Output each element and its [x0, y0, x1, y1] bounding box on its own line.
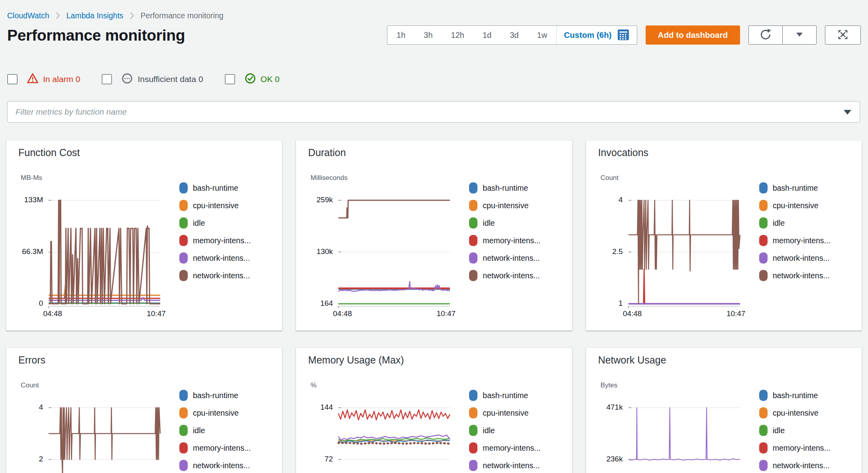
chart-plot-area[interactable]: 42.51 04:4810:47 — [628, 186, 743, 308]
cloudwatch-lambda-insights-page: CloudWatch Lambda Insights Performance m… — [0, 0, 868, 473]
time-range-1d[interactable]: 1d — [473, 26, 501, 44]
legend-item[interactable]: memory-intens... — [469, 232, 540, 249]
legend-item[interactable]: network-intens... — [179, 267, 251, 284]
legend-swatch — [179, 182, 188, 194]
legend-item[interactable]: network-intens... — [759, 457, 831, 473]
fullscreen-button[interactable] — [825, 25, 861, 45]
breadcrumb-link-lambda-insights[interactable]: Lambda Insights — [67, 11, 124, 20]
legend-item[interactable]: bash-runtime — [469, 179, 540, 197]
y-axis-tick-label: 66.3M — [22, 247, 43, 256]
metric-cards-grid: Function Cost MB-Ms 133M66.3M0 04:4810:4… — [6, 140, 862, 473]
x-axis-tick-label: 04:48 — [43, 309, 62, 318]
chart-plot-area[interactable]: 471k236k 04:4810:47 — [628, 394, 743, 473]
time-range-12h[interactable]: 12h — [442, 26, 473, 44]
legend-swatch — [179, 390, 188, 401]
legend-item[interactable]: cpu-intensive — [179, 404, 251, 422]
legend-item[interactable]: memory-intens... — [759, 232, 831, 249]
legend-item[interactable]: network-intens... — [759, 249, 831, 267]
chart-plot-area[interactable]: 14472 04:4810:47 — [338, 394, 453, 473]
legend-swatch — [469, 270, 477, 281]
ok-label: OK 0 — [261, 74, 280, 84]
legend-item[interactable]: cpu-intensive — [469, 197, 540, 214]
y-axis-tick-label: 471k — [606, 403, 623, 412]
insufficient-data-checkbox[interactable] — [102, 74, 112, 84]
add-to-dashboard-button[interactable]: Add to dashboard — [646, 25, 740, 45]
legend-item[interactable]: memory-intens... — [759, 439, 831, 457]
chart-title: Duration — [308, 147, 346, 158]
y-axis-unit-label: Count — [21, 381, 39, 389]
metric-card: Memory Usage (Max) % 14472 04:4810:47 ba… — [296, 348, 572, 473]
x-axis-ticks: 04:4810:47 — [338, 394, 453, 473]
legend-swatch — [179, 217, 188, 229]
breadcrumb-link-cloudwatch[interactable]: CloudWatch — [7, 11, 49, 20]
legend-item[interactable]: bash-runtime — [469, 387, 540, 404]
chart-legend: bash-runtimecpu-intensiveidlememory-inte… — [179, 387, 251, 473]
time-range-1h[interactable]: 1h — [387, 26, 414, 44]
legend-item[interactable]: idle — [469, 422, 540, 439]
legend-item[interactable]: cpu-intensive — [469, 404, 540, 422]
legend-label: bash-runtime — [483, 184, 528, 193]
time-range-3d[interactable]: 3d — [501, 26, 528, 44]
filter-metrics-input[interactable] — [7, 101, 860, 123]
legend-item[interactable]: idle — [759, 422, 831, 439]
legend-label: idle — [193, 219, 205, 228]
legend-item[interactable]: idle — [179, 214, 251, 232]
legend-item[interactable]: idle — [469, 214, 540, 232]
filter-dropdown-caret-icon[interactable] — [844, 109, 851, 117]
legend-item[interactable]: memory-intens... — [469, 439, 540, 457]
legend-label: network-intens... — [773, 271, 830, 280]
legend-item[interactable]: bash-runtime — [759, 179, 831, 197]
time-range-3h[interactable]: 3h — [414, 26, 442, 44]
metric-card: Duration Milliseconds 259k130k164 04:481… — [296, 140, 572, 330]
chart-title: Errors — [18, 354, 45, 366]
chart-plot-area[interactable]: 42 04:4810:47 — [48, 394, 163, 473]
breadcrumb-chevron-icon — [56, 12, 60, 19]
custom-time-range-button[interactable]: Custom (6h) — [557, 26, 637, 44]
in-alarm-checkbox[interactable] — [7, 74, 18, 84]
legend-label: memory-intens... — [483, 236, 540, 245]
chart-title: Function Cost — [18, 147, 80, 158]
legend-item[interactable]: bash-runtime — [179, 387, 251, 404]
legend-item[interactable]: network-intens... — [469, 457, 540, 473]
legend-swatch — [469, 235, 477, 246]
legend-label: network-intens... — [483, 254, 540, 263]
legend-item[interactable]: idle — [179, 422, 251, 439]
legend-item[interactable]: cpu-intensive — [759, 404, 831, 422]
chart-plot-area[interactable]: 259k130k164 04:4810:47 — [338, 186, 453, 308]
legend-item[interactable]: cpu-intensive — [179, 197, 251, 214]
y-axis-tick-label: 2 — [39, 455, 43, 463]
legend-label: bash-runtime — [193, 391, 238, 400]
alarm-filter-in-alarm: In alarm 0 — [7, 72, 80, 86]
breadcrumb-current: Performance monitoring — [141, 11, 224, 20]
legend-item[interactable]: network-intens... — [759, 267, 831, 284]
time-range-1w[interactable]: 1w — [528, 26, 556, 44]
chart-legend: bash-runtimecpu-intensiveidlememory-inte… — [179, 179, 251, 284]
chart-plot-area[interactable]: 133M66.3M0 04:4810:47 — [48, 186, 163, 308]
legend-item[interactable]: bash-runtime — [179, 179, 251, 197]
refresh-button[interactable] — [748, 25, 783, 45]
metric-card: Errors Count 42 04:4810:47 bash-runtimec… — [6, 348, 282, 473]
legend-item[interactable]: cpu-intensive — [759, 197, 831, 214]
legend-item[interactable]: network-intens... — [469, 267, 540, 284]
legend-item[interactable]: memory-intens... — [179, 439, 251, 457]
x-axis-tick-label: 10:47 — [437, 309, 456, 318]
chart-legend: bash-runtimecpu-intensiveidlememory-inte… — [759, 387, 831, 473]
refresh-icon — [759, 28, 772, 43]
time-range-selector: 1h 3h 12h 1d 3d 1w Custom (6h) — [387, 25, 637, 45]
legend-item[interactable]: network-intens... — [179, 249, 251, 267]
y-axis-tick-label: 133M — [24, 195, 43, 204]
legend-item[interactable]: network-intens... — [179, 457, 251, 473]
legend-label: network-intens... — [193, 254, 250, 263]
y-axis-tick-label: 4 — [39, 403, 43, 412]
legend-item[interactable]: network-intens... — [469, 249, 540, 267]
legend-item[interactable]: idle — [759, 214, 831, 232]
legend-item[interactable]: memory-intens... — [179, 232, 251, 249]
breadcrumb: CloudWatch Lambda Insights Performance m… — [7, 10, 861, 21]
legend-label: bash-runtime — [773, 391, 818, 400]
legend-item[interactable]: bash-runtime — [759, 387, 831, 404]
legend-swatch — [469, 200, 477, 211]
chart-legend: bash-runtimecpu-intensiveidlememory-inte… — [469, 179, 540, 284]
page-title: Performance monitoring — [7, 25, 185, 45]
refresh-options-button[interactable] — [782, 25, 817, 45]
ok-checkbox[interactable] — [225, 74, 235, 84]
